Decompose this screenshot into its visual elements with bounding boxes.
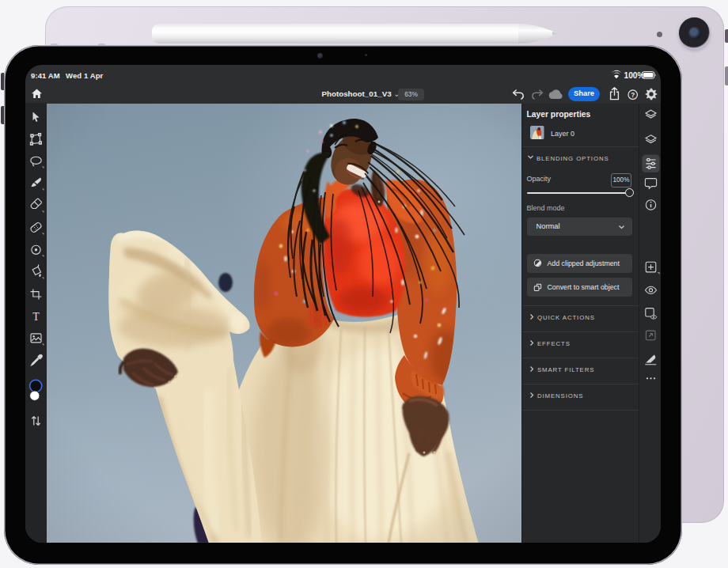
svg-text:?: ? (631, 91, 635, 98)
svg-text:T: T (32, 311, 40, 323)
svg-text:100%: 100% (624, 71, 645, 80)
